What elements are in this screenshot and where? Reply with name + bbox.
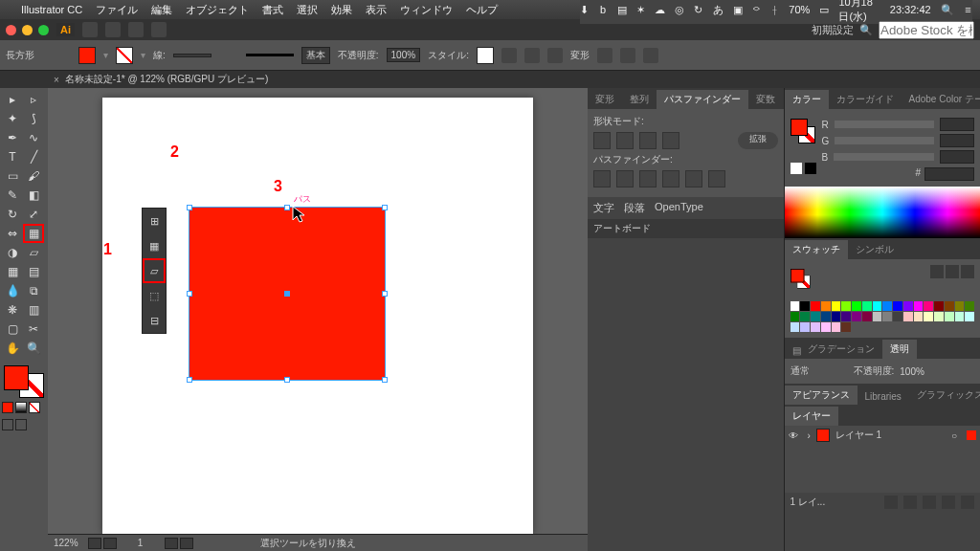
scale-tool[interactable]: ⤢ (23, 205, 44, 224)
tab-variables[interactable]: 変数 (748, 90, 783, 109)
swatch-item[interactable] (903, 312, 913, 321)
color-mode-none[interactable] (29, 402, 40, 413)
selection-tool[interactable]: ▸ (2, 90, 23, 109)
eyedropper-tool[interactable]: 💧 (2, 281, 23, 300)
blend-tool[interactable]: ⧉ (23, 281, 44, 300)
stroke-swatch[interactable] (116, 47, 133, 64)
swatch-item[interactable] (852, 312, 861, 321)
b-slider[interactable] (834, 153, 934, 161)
zoom-window-button[interactable] (38, 25, 49, 35)
fill-swatch[interactable] (78, 47, 96, 64)
tab-gradient-icon[interactable]: ▤ (785, 342, 800, 359)
bridge-icon[interactable] (82, 22, 98, 37)
swatch-item[interactable] (862, 312, 872, 321)
magic-wand-tool[interactable]: ✦ (2, 109, 23, 128)
status-sync-icon[interactable]: ↻ (694, 3, 702, 16)
type-tool[interactable]: T (2, 147, 23, 166)
status-display-icon[interactable]: ▣ (733, 3, 743, 16)
handle-bottom-right[interactable] (382, 377, 388, 383)
hex-input[interactable] (924, 167, 974, 181)
color-mode-solid[interactable] (2, 402, 13, 413)
ft-perspective-icon[interactable]: ▱ (143, 258, 166, 283)
swatch-item[interactable] (791, 322, 800, 332)
rotate-tool[interactable]: ↻ (2, 205, 23, 224)
artboard-panel-header[interactable]: アートボード (588, 219, 784, 238)
handle-mid-right[interactable] (382, 291, 388, 297)
tab-opentype[interactable]: OpenType (655, 201, 703, 215)
tab-pathfinder[interactable]: パスファインダー (657, 90, 748, 109)
paintbrush-tool[interactable]: 🖌 (23, 166, 44, 186)
hand-tool[interactable]: ✋ (2, 339, 23, 358)
tab-swatches[interactable]: スウォッチ (785, 240, 848, 259)
screen-mode-normal[interactable] (2, 419, 13, 430)
spotlight-icon[interactable]: 🔍 (941, 3, 954, 16)
close-tab-button[interactable]: × (54, 75, 59, 85)
color-mode-gradient[interactable] (15, 402, 27, 413)
swatch-item[interactable] (924, 312, 933, 321)
document-tab[interactable]: 名称未設定-1* @ 122% (RGB/GPU プレビュー) (65, 73, 268, 86)
status-line-icon[interactable]: ◎ (675, 3, 684, 16)
handle-center[interactable] (284, 291, 290, 297)
ft-constrain-icon[interactable]: ⊞ (143, 209, 166, 233)
handle-mid-left[interactable] (187, 291, 192, 297)
swatch-item[interactable] (800, 312, 810, 321)
b-value[interactable] (940, 150, 974, 164)
swatch-item[interactable] (841, 322, 851, 332)
minimize-window-button[interactable] (22, 25, 33, 35)
pf-divide-icon[interactable] (593, 170, 611, 187)
app-name[interactable]: Illustrator CC (21, 4, 82, 15)
swatch-item[interactable] (841, 301, 851, 311)
swatch-item[interactable] (811, 301, 820, 311)
direct-selection-tool[interactable]: ▹ (23, 90, 44, 109)
swatch-item[interactable] (852, 301, 861, 311)
swatch-item[interactable] (934, 312, 944, 321)
pf-trim-icon[interactable] (616, 170, 634, 187)
fill-color-front[interactable] (4, 365, 29, 390)
bw-none-white[interactable] (791, 163, 802, 174)
swatch-item[interactable] (811, 322, 820, 332)
curvature-tool[interactable]: ∿ (23, 128, 44, 147)
fill-stroke-swatch[interactable] (2, 364, 44, 398)
status-bluetooth-icon[interactable]: ⌔ (752, 3, 761, 16)
handle-bottom-mid[interactable] (284, 377, 290, 383)
align-icon[interactable] (524, 48, 540, 63)
status-b-icon[interactable]: b (598, 3, 607, 16)
r-value[interactable] (940, 118, 974, 131)
symbol-sprayer-tool[interactable]: ❋ (2, 300, 23, 320)
layer-expand-icon[interactable]: › (808, 430, 811, 441)
color-spectrum[interactable] (785, 187, 981, 238)
swatch-item[interactable] (791, 301, 800, 311)
make-clip-icon[interactable] (903, 496, 917, 509)
menu-view[interactable]: 表示 (366, 3, 387, 17)
stroke-style-dropdown[interactable]: 基本 (301, 47, 330, 64)
status-cloud-icon[interactable]: ☁ (655, 3, 665, 16)
shape-builder-tool[interactable]: ◑ (2, 243, 23, 262)
status-ime-icon[interactable]: あ (713, 3, 724, 16)
layer-name[interactable]: レイヤー 1 (835, 429, 881, 442)
free-transform-tool[interactable]: ▦ (23, 224, 44, 243)
edit-icon[interactable] (643, 48, 658, 63)
sw-view-1[interactable] (930, 265, 944, 278)
layer-target-icon[interactable]: ○ (951, 430, 957, 441)
menu-file[interactable]: ファイル (96, 3, 138, 17)
swatch-item[interactable] (934, 301, 944, 311)
mesh-tool[interactable]: ▦ (2, 262, 23, 281)
shaper-tool[interactable]: ✎ (2, 186, 23, 205)
tab-transparency[interactable]: 透明 (882, 340, 917, 359)
workspace-dropdown[interactable]: 初期設定 (812, 23, 854, 37)
stock-icon[interactable] (105, 22, 121, 37)
ft-handle-icon[interactable]: ⊟ (143, 308, 166, 333)
sw-view-2[interactable] (946, 265, 959, 278)
status-wifi-icon[interactable]: ⟊ (770, 3, 779, 16)
slice-tool[interactable]: ✂ (23, 320, 44, 339)
pf-exclude-icon[interactable] (662, 132, 679, 149)
layer-visibility-icon[interactable]: 👁 (789, 430, 802, 441)
pf-minus-front-icon[interactable] (616, 132, 634, 149)
pf-unite-icon[interactable] (593, 132, 611, 149)
arrange-docs-icon[interactable] (128, 22, 144, 37)
swatch-item[interactable] (821, 301, 831, 311)
handle-bottom-left[interactable] (187, 377, 192, 383)
swatch-item[interactable] (873, 301, 882, 311)
rectangle-tool[interactable]: ▭ (2, 166, 23, 186)
artboard[interactable]: パス (102, 98, 533, 534)
